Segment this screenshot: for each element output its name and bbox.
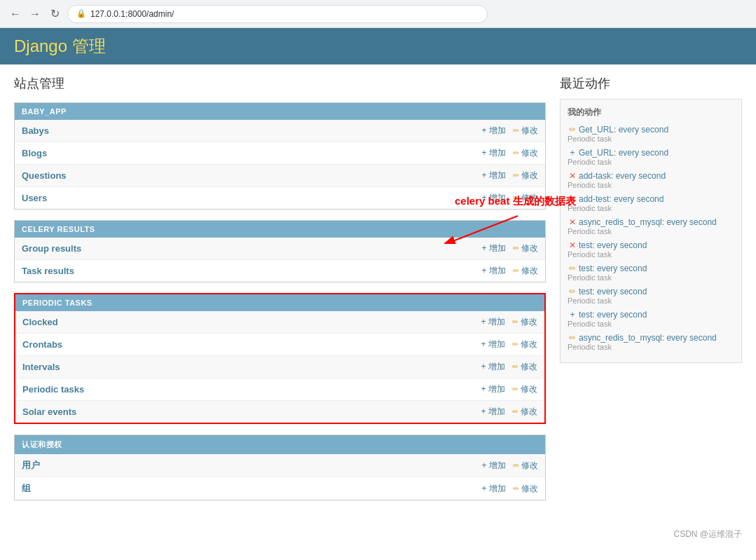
back-button[interactable]: ← [8,7,22,21]
add-link-users-auth[interactable]: 增加 [482,460,506,472]
model-link-clocked[interactable]: Clocked [22,317,481,327]
action-item-5: ✕test: every secondPeriodic task [568,240,734,259]
change-link-task-results[interactable]: 修改 [513,265,538,277]
action-links-periodic-tasks-model: 增加修改 [481,383,537,395]
action-name-3[interactable]: ✕add-test: every second [568,194,664,204]
change-link-blogs[interactable]: 修改 [513,147,538,159]
action-type-4: Periodic task [568,227,734,235]
app-module-auth: 认证和授权用户增加修改组增加修改 [14,435,546,500]
my-actions-label: 我的动作 [568,107,734,118]
action-icon-9: ✏ [568,333,577,343]
address-bar[interactable]: 🔒 127.0.0.1:8000/admin/ [67,5,488,23]
add-link-intervals[interactable]: 增加 [481,361,505,373]
app-modules-container: BABY_APPBabys增加修改Blogs增加修改Questions增加修改U… [14,102,546,500]
change-link-solar-events[interactable]: 修改 [512,406,537,418]
action-icon-2: ✕ [568,171,577,181]
change-link-periodic-tasks-model[interactable]: 修改 [512,383,537,395]
action-name-7[interactable]: ✏test: every second [568,287,647,296]
action-type-8: Periodic task [568,320,734,328]
change-link-groups-auth[interactable]: 修改 [513,483,538,495]
browser-chrome: ← → ↻ 🔒 127.0.0.1:8000/admin/ [0,0,756,28]
action-type-6: Periodic task [568,273,734,282]
action-name-4[interactable]: ✕async_redis_to_mysql: every second [568,217,717,227]
action-name-0[interactable]: ✏Get_URL: every second [568,125,668,135]
model-link-blogs[interactable]: Blogs [22,148,482,158]
action-icon-0: ✏ [568,125,577,135]
model-row-crontabs: Crontabs增加修改 [15,334,544,356]
action-item-1: +Get_URL: every secondPeriodic task [568,147,734,166]
action-name-9[interactable]: ✏async_redis_to_mysql: every second [568,333,717,343]
action-links-solar-events: 增加修改 [481,406,537,418]
action-name-5[interactable]: ✕test: every second [568,240,647,250]
action-icon-6: ✏ [568,264,577,273]
action-links-blogs: 增加修改 [482,147,538,159]
model-link-group-results[interactable]: Group results [22,243,482,254]
action-item-7: ✏test: every secondPeriodic task [568,286,734,305]
add-link-clocked[interactable]: 增加 [481,316,505,328]
model-row-clocked: Clocked增加修改 [15,311,544,334]
footer-watermark: CSDN @运维混子 [0,521,756,547]
forward-button[interactable]: → [28,7,42,21]
module-header-auth: 认证和授权 [15,435,545,454]
action-type-0: Periodic task [568,135,734,143]
action-type-7: Periodic task [568,296,734,305]
add-link-blogs[interactable]: 增加 [482,147,506,159]
action-item-6: ✏test: every secondPeriodic task [568,263,734,282]
add-link-crontabs[interactable]: 增加 [481,339,505,350]
change-link-users-auth[interactable]: 修改 [513,460,538,472]
model-link-questions[interactable]: Questions [22,170,482,181]
module-header-baby-app: BABY_APP [15,103,545,120]
add-link-group-results[interactable]: 增加 [482,243,506,254]
action-name-8[interactable]: +test: every second [568,310,647,320]
add-link-babys[interactable]: 增加 [482,125,506,137]
model-link-periodic-tasks-model[interactable]: Periodic tasks [22,384,481,395]
change-link-babys[interactable]: 修改 [513,125,538,137]
add-link-task-results[interactable]: 增加 [482,265,506,277]
model-row-intervals: Intervals增加修改 [15,356,544,378]
model-row-babys: Babys增加修改 [15,120,545,142]
reload-button[interactable]: ↻ [48,7,62,21]
action-links-users-auth: 增加修改 [482,460,538,472]
annotation-text: celery beat 生成的数据表 [455,195,576,208]
actions-list: ✏Get_URL: every secondPeriodic task+Get_… [568,124,734,351]
change-link-intervals[interactable]: 修改 [512,361,537,373]
action-icon-4: ✕ [568,217,577,227]
change-link-crontabs[interactable]: 修改 [512,339,537,350]
add-link-groups-auth[interactable]: 增加 [482,483,506,495]
model-link-task-results[interactable]: Task results [22,266,482,276]
model-link-intervals[interactable]: Intervals [22,362,481,372]
action-type-9: Periodic task [568,343,734,351]
url-text: 127.0.0.1:8000/admin/ [90,9,174,19]
action-links-questions: 增加修改 [482,170,538,182]
model-link-crontabs[interactable]: Crontabs [22,339,481,350]
right-column: 最近动作 我的动作 ✏Get_URL: every secondPeriodic… [560,75,742,511]
action-name-6[interactable]: ✏test: every second [568,264,647,273]
model-link-groups-auth[interactable]: 组 [22,482,482,495]
recent-actions-title: 最近动作 [560,75,742,92]
annotation-arrow-svg [441,209,525,244]
add-link-periodic-tasks-model[interactable]: 增加 [481,383,505,395]
action-links-task-results: 增加修改 [482,265,538,277]
change-link-questions[interactable]: 修改 [513,170,538,182]
model-link-babys[interactable]: Babys [22,125,482,136]
model-link-users-auth[interactable]: 用户 [22,459,482,472]
change-link-clocked[interactable]: 修改 [512,316,537,328]
change-link-group-results[interactable]: 修改 [513,243,538,254]
svg-line-1 [455,216,518,240]
action-type-3: Periodic task [568,204,734,212]
page-title: 站点管理 [14,75,546,92]
action-item-2: ✕add-task: every secondPeriodic task [568,170,734,189]
action-links-crontabs: 增加修改 [481,339,537,350]
action-icon-7: ✏ [568,287,577,296]
action-links-intervals: 增加修改 [481,361,537,373]
action-name-2[interactable]: ✕add-task: every second [568,171,666,181]
add-link-questions[interactable]: 增加 [482,170,506,182]
action-name-1[interactable]: +Get_URL: every second [568,148,668,158]
action-links-group-results: 增加修改 [482,243,538,254]
action-icon-1: + [568,148,577,158]
model-link-users[interactable]: Users [22,193,482,203]
django-header: Django 管理 [0,28,756,64]
action-item-0: ✏Get_URL: every secondPeriodic task [568,124,734,143]
model-link-solar-events[interactable]: Solar events [22,407,481,417]
add-link-solar-events[interactable]: 增加 [481,406,505,418]
